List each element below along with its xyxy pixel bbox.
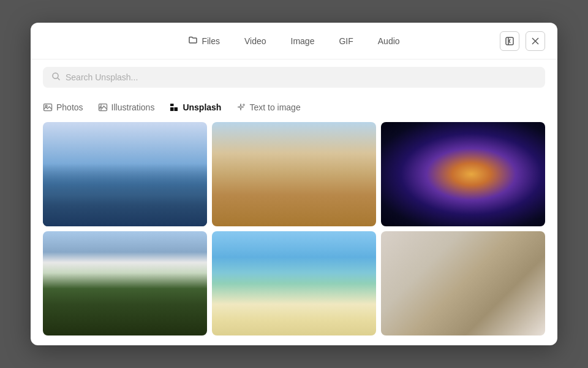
- illustration-icon: [98, 102, 108, 112]
- tab-unsplash-label: Unsplash: [183, 102, 221, 112]
- tab-photos[interactable]: Photos: [43, 100, 83, 115]
- close-button[interactable]: [526, 31, 545, 51]
- nav-item-video[interactable]: Video: [241, 34, 270, 48]
- photo-icon: [43, 102, 53, 112]
- tab-illustrations[interactable]: Illustrations: [98, 100, 155, 115]
- grid-image-city[interactable]: [43, 122, 207, 226]
- search-wrap: [43, 67, 545, 88]
- search-input[interactable]: [66, 72, 537, 82]
- grid-image-desert[interactable]: [212, 122, 376, 226]
- svg-point-4: [53, 73, 58, 79]
- svg-rect-10: [170, 104, 174, 106]
- tab-illustrations-label: Illustrations: [111, 102, 155, 112]
- unsplash-icon: [169, 102, 179, 112]
- grid-image-mountain[interactable]: [43, 231, 207, 335]
- tab-unsplash[interactable]: Unsplash: [169, 100, 221, 115]
- image-grid: [31, 122, 557, 335]
- collapse-button[interactable]: [500, 31, 519, 51]
- tab-text-to-image[interactable]: Text to image: [236, 100, 300, 115]
- tab-text-to-image-label: Text to image: [249, 102, 300, 112]
- tabs-bar: Photos Illustrations Unsplash Text to: [31, 95, 557, 122]
- nav-image-label: Image: [291, 36, 315, 46]
- nav-item-gif[interactable]: GIF: [335, 34, 356, 48]
- sparkle-icon: [236, 102, 246, 112]
- grid-image-beach[interactable]: [212, 231, 376, 335]
- nav-audio-label: Audio: [378, 36, 400, 46]
- grid-image-living[interactable]: [381, 231, 545, 335]
- nav-actions: [500, 31, 545, 51]
- search-bar: [31, 59, 557, 95]
- svg-rect-11: [175, 107, 178, 111]
- nav-item-image[interactable]: Image: [287, 34, 318, 48]
- svg-rect-0: [506, 37, 513, 45]
- nav-gif-label: GIF: [339, 36, 353, 46]
- nav-item-files[interactable]: Files: [184, 33, 224, 49]
- nav-files-label: Files: [202, 36, 220, 46]
- folder-icon: [188, 35, 198, 47]
- svg-rect-12: [170, 107, 174, 111]
- media-picker-modal: Files Video Image GIF Audio: [31, 23, 557, 345]
- grid-image-galaxy[interactable]: [381, 122, 545, 226]
- nav-video-label: Video: [244, 36, 266, 46]
- nav-bar: Files Video Image GIF Audio: [31, 23, 557, 59]
- svg-line-5: [58, 78, 60, 80]
- search-icon: [51, 72, 61, 83]
- nav-item-audio[interactable]: Audio: [374, 34, 404, 48]
- tab-photos-label: Photos: [56, 102, 83, 112]
